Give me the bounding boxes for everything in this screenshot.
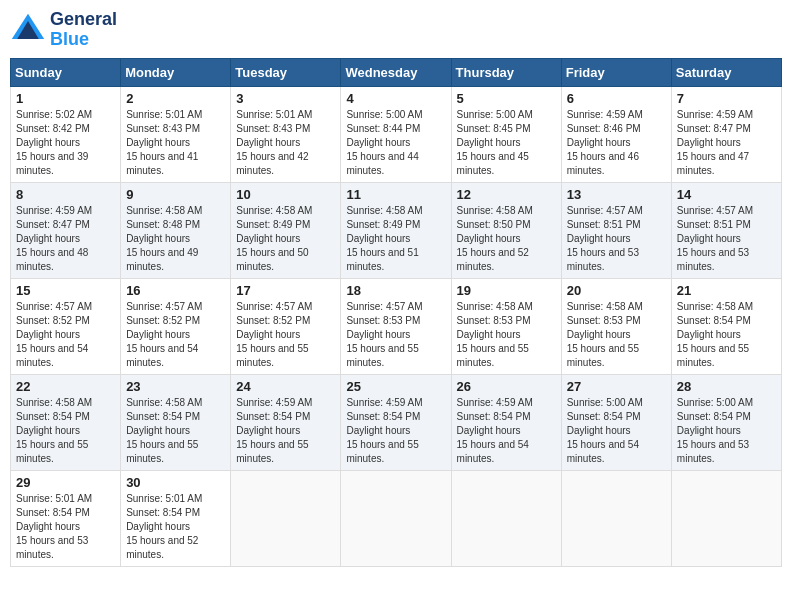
calendar-week-5: 29 Sunrise: 5:01 AM Sunset: 8:54 PM Dayl… xyxy=(11,470,782,566)
day-info: Sunrise: 4:58 AM Sunset: 8:49 PM Dayligh… xyxy=(346,204,445,274)
day-number: 8 xyxy=(16,187,115,202)
day-number: 26 xyxy=(457,379,556,394)
day-info: Sunrise: 4:58 AM Sunset: 8:54 PM Dayligh… xyxy=(126,396,225,466)
day-number: 18 xyxy=(346,283,445,298)
calendar-cell: 7 Sunrise: 4:59 AM Sunset: 8:47 PM Dayli… xyxy=(671,86,781,182)
calendar-cell: 22 Sunrise: 4:58 AM Sunset: 8:54 PM Dayl… xyxy=(11,374,121,470)
day-info: Sunrise: 4:57 AM Sunset: 8:52 PM Dayligh… xyxy=(126,300,225,370)
calendar-cell: 19 Sunrise: 4:58 AM Sunset: 8:53 PM Dayl… xyxy=(451,278,561,374)
day-info: Sunrise: 4:58 AM Sunset: 8:54 PM Dayligh… xyxy=(16,396,115,466)
day-info: Sunrise: 4:57 AM Sunset: 8:51 PM Dayligh… xyxy=(567,204,666,274)
day-number: 22 xyxy=(16,379,115,394)
day-info: Sunrise: 4:58 AM Sunset: 8:48 PM Dayligh… xyxy=(126,204,225,274)
day-number: 2 xyxy=(126,91,225,106)
day-number: 12 xyxy=(457,187,556,202)
day-info: Sunrise: 4:59 AM Sunset: 8:46 PM Dayligh… xyxy=(567,108,666,178)
day-info: Sunrise: 4:59 AM Sunset: 8:54 PM Dayligh… xyxy=(457,396,556,466)
day-number: 25 xyxy=(346,379,445,394)
calendar-cell: 13 Sunrise: 4:57 AM Sunset: 8:51 PM Dayl… xyxy=(561,182,671,278)
day-number: 3 xyxy=(236,91,335,106)
day-info: Sunrise: 4:58 AM Sunset: 8:53 PM Dayligh… xyxy=(567,300,666,370)
calendar-cell: 6 Sunrise: 4:59 AM Sunset: 8:46 PM Dayli… xyxy=(561,86,671,182)
day-info: Sunrise: 4:59 AM Sunset: 8:47 PM Dayligh… xyxy=(677,108,776,178)
day-number: 23 xyxy=(126,379,225,394)
day-info: Sunrise: 4:57 AM Sunset: 8:51 PM Dayligh… xyxy=(677,204,776,274)
day-number: 20 xyxy=(567,283,666,298)
weekday-header-saturday: Saturday xyxy=(671,58,781,86)
calendar-body: 1 Sunrise: 5:02 AM Sunset: 8:42 PM Dayli… xyxy=(11,86,782,566)
calendar-cell xyxy=(561,470,671,566)
day-number: 28 xyxy=(677,379,776,394)
day-info: Sunrise: 4:57 AM Sunset: 8:52 PM Dayligh… xyxy=(16,300,115,370)
calendar-week-2: 8 Sunrise: 4:59 AM Sunset: 8:47 PM Dayli… xyxy=(11,182,782,278)
day-number: 13 xyxy=(567,187,666,202)
calendar-cell: 15 Sunrise: 4:57 AM Sunset: 8:52 PM Dayl… xyxy=(11,278,121,374)
day-number: 10 xyxy=(236,187,335,202)
day-info: Sunrise: 4:57 AM Sunset: 8:52 PM Dayligh… xyxy=(236,300,335,370)
weekday-header-tuesday: Tuesday xyxy=(231,58,341,86)
calendar-cell: 30 Sunrise: 5:01 AM Sunset: 8:54 PM Dayl… xyxy=(121,470,231,566)
calendar-cell: 17 Sunrise: 4:57 AM Sunset: 8:52 PM Dayl… xyxy=(231,278,341,374)
day-info: Sunrise: 5:00 AM Sunset: 8:54 PM Dayligh… xyxy=(677,396,776,466)
day-info: Sunrise: 4:59 AM Sunset: 8:47 PM Dayligh… xyxy=(16,204,115,274)
day-number: 16 xyxy=(126,283,225,298)
calendar-cell: 4 Sunrise: 5:00 AM Sunset: 8:44 PM Dayli… xyxy=(341,86,451,182)
day-info: Sunrise: 4:58 AM Sunset: 8:54 PM Dayligh… xyxy=(677,300,776,370)
day-info: Sunrise: 4:58 AM Sunset: 8:49 PM Dayligh… xyxy=(236,204,335,274)
calendar-cell: 9 Sunrise: 4:58 AM Sunset: 8:48 PM Dayli… xyxy=(121,182,231,278)
calendar-cell: 1 Sunrise: 5:02 AM Sunset: 8:42 PM Dayli… xyxy=(11,86,121,182)
day-info: Sunrise: 5:00 AM Sunset: 8:45 PM Dayligh… xyxy=(457,108,556,178)
day-number: 19 xyxy=(457,283,556,298)
calendar-cell: 2 Sunrise: 5:01 AM Sunset: 8:43 PM Dayli… xyxy=(121,86,231,182)
calendar-cell: 3 Sunrise: 5:01 AM Sunset: 8:43 PM Dayli… xyxy=(231,86,341,182)
calendar-cell: 25 Sunrise: 4:59 AM Sunset: 8:54 PM Dayl… xyxy=(341,374,451,470)
calendar-week-1: 1 Sunrise: 5:02 AM Sunset: 8:42 PM Dayli… xyxy=(11,86,782,182)
day-info: Sunrise: 4:59 AM Sunset: 8:54 PM Dayligh… xyxy=(346,396,445,466)
calendar-week-4: 22 Sunrise: 4:58 AM Sunset: 8:54 PM Dayl… xyxy=(11,374,782,470)
weekday-header-monday: Monday xyxy=(121,58,231,86)
logo-icon xyxy=(10,12,46,48)
day-info: Sunrise: 5:00 AM Sunset: 8:44 PM Dayligh… xyxy=(346,108,445,178)
calendar-week-3: 15 Sunrise: 4:57 AM Sunset: 8:52 PM Dayl… xyxy=(11,278,782,374)
calendar-cell: 29 Sunrise: 5:01 AM Sunset: 8:54 PM Dayl… xyxy=(11,470,121,566)
logo-text: General Blue xyxy=(50,10,117,50)
day-info: Sunrise: 5:00 AM Sunset: 8:54 PM Dayligh… xyxy=(567,396,666,466)
calendar-cell: 18 Sunrise: 4:57 AM Sunset: 8:53 PM Dayl… xyxy=(341,278,451,374)
calendar-cell: 23 Sunrise: 4:58 AM Sunset: 8:54 PM Dayl… xyxy=(121,374,231,470)
logo: General Blue xyxy=(10,10,117,50)
calendar-cell: 8 Sunrise: 4:59 AM Sunset: 8:47 PM Dayli… xyxy=(11,182,121,278)
calendar-cell: 10 Sunrise: 4:58 AM Sunset: 8:49 PM Dayl… xyxy=(231,182,341,278)
day-number: 4 xyxy=(346,91,445,106)
day-info: Sunrise: 4:57 AM Sunset: 8:53 PM Dayligh… xyxy=(346,300,445,370)
calendar-cell: 12 Sunrise: 4:58 AM Sunset: 8:50 PM Dayl… xyxy=(451,182,561,278)
day-number: 17 xyxy=(236,283,335,298)
weekday-header-thursday: Thursday xyxy=(451,58,561,86)
calendar-cell: 27 Sunrise: 5:00 AM Sunset: 8:54 PM Dayl… xyxy=(561,374,671,470)
day-info: Sunrise: 4:59 AM Sunset: 8:54 PM Dayligh… xyxy=(236,396,335,466)
day-number: 24 xyxy=(236,379,335,394)
calendar-cell xyxy=(341,470,451,566)
day-number: 9 xyxy=(126,187,225,202)
calendar-cell xyxy=(671,470,781,566)
day-number: 27 xyxy=(567,379,666,394)
day-number: 1 xyxy=(16,91,115,106)
calendar-cell: 16 Sunrise: 4:57 AM Sunset: 8:52 PM Dayl… xyxy=(121,278,231,374)
calendar-cell: 11 Sunrise: 4:58 AM Sunset: 8:49 PM Dayl… xyxy=(341,182,451,278)
calendar-cell: 21 Sunrise: 4:58 AM Sunset: 8:54 PM Dayl… xyxy=(671,278,781,374)
calendar-cell: 14 Sunrise: 4:57 AM Sunset: 8:51 PM Dayl… xyxy=(671,182,781,278)
day-number: 30 xyxy=(126,475,225,490)
day-number: 5 xyxy=(457,91,556,106)
day-info: Sunrise: 4:58 AM Sunset: 8:53 PM Dayligh… xyxy=(457,300,556,370)
weekday-header-friday: Friday xyxy=(561,58,671,86)
day-info: Sunrise: 5:01 AM Sunset: 8:43 PM Dayligh… xyxy=(236,108,335,178)
day-info: Sunrise: 5:02 AM Sunset: 8:42 PM Dayligh… xyxy=(16,108,115,178)
weekday-header-wednesday: Wednesday xyxy=(341,58,451,86)
calendar-cell: 24 Sunrise: 4:59 AM Sunset: 8:54 PM Dayl… xyxy=(231,374,341,470)
day-number: 29 xyxy=(16,475,115,490)
day-number: 14 xyxy=(677,187,776,202)
calendar-header: SundayMondayTuesdayWednesdayThursdayFrid… xyxy=(11,58,782,86)
day-info: Sunrise: 5:01 AM Sunset: 8:43 PM Dayligh… xyxy=(126,108,225,178)
day-number: 21 xyxy=(677,283,776,298)
calendar-cell: 5 Sunrise: 5:00 AM Sunset: 8:45 PM Dayli… xyxy=(451,86,561,182)
day-info: Sunrise: 4:58 AM Sunset: 8:50 PM Dayligh… xyxy=(457,204,556,274)
